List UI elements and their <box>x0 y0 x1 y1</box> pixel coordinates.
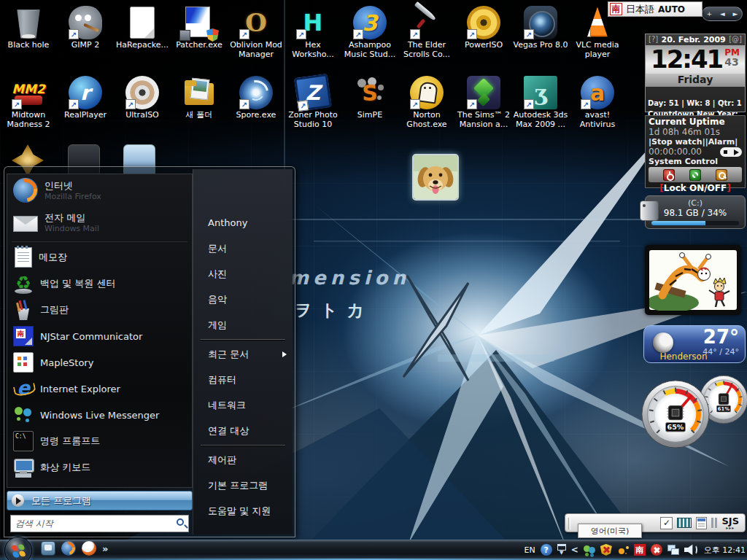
desktop-icon-ashampoo[interactable]: 3↗ Ashampoo Music Stud... <box>341 6 398 60</box>
ime-language-bar[interactable]: 南 日本語 AUTO <box>608 1 703 17</box>
desktop-icon-gimp[interactable]: ↗ GIMP 2 <box>57 6 114 60</box>
desktop-icon-label: GIMP 2 <box>71 41 99 50</box>
desktop-icon-label: Oblivion Mod Manager <box>228 41 285 60</box>
desktop-icon-label: Norton Ghost.exe <box>398 111 455 130</box>
quicklaunch-overflow-chevron[interactable]: » <box>102 543 108 554</box>
shortcut-arrow-icon: ↗ <box>524 29 534 39</box>
clock-help-marker[interactable]: [?] <box>649 35 658 44</box>
security-alert-tray-icon[interactable] <box>600 544 612 556</box>
start-menu-item-games[interactable]: 게임 <box>193 312 293 338</box>
network-tray-icon[interactable] <box>667 544 679 556</box>
desktop-icon-black-hole[interactable]: Black hole <box>0 6 57 60</box>
desktop-icon-hex-workshop[interactable]: H↗ Hex Worksho... <box>285 6 341 60</box>
avast-icon: a↗ <box>581 76 614 109</box>
uptime-value: 1d 08h 46m 01s <box>649 127 742 137</box>
search-icon[interactable] <box>177 518 184 526</box>
start-menu-item-help[interactable]: 도움말 및 지원 <box>193 498 293 524</box>
desktop-icon-patcher[interactable]: Patcher.exe <box>171 6 228 60</box>
start-menu-item-music[interactable]: 음악 <box>193 287 293 312</box>
start-menu-item-network[interactable]: 네트워크 <box>193 392 293 418</box>
language-bar-restore-icon[interactable]: ▼ <box>557 544 566 556</box>
show-desktop-icon[interactable] <box>41 541 55 556</box>
sjs-button[interactable]: SJS▸▸▸ <box>721 516 739 530</box>
desktop-icon-label: Black hole <box>8 41 50 50</box>
lock-toggle[interactable]: [Lock ON/OFF] <box>649 183 742 193</box>
weather-gadget[interactable]: 27° 44° / 24° Henderson <box>643 325 746 363</box>
clock-gadget[interactable]: [?] 20. Febr. 2009 [@] 12:41 PM 43 Frida… <box>645 34 746 112</box>
desktop-icon-spore[interactable]: ↗ Spore.exe <box>228 76 285 130</box>
start-menu-item-documents[interactable]: 문서 <box>193 236 293 261</box>
update-tray-icon[interactable] <box>617 544 629 556</box>
prev-page-icon[interactable]: ◄ <box>720 10 725 18</box>
logoff-button[interactable] <box>716 169 727 181</box>
help-tray-icon[interactable]: ? <box>541 544 552 556</box>
comic-slideshow-gadget[interactable] <box>645 245 741 315</box>
drive-meter-gadget[interactable]: (C:) 98.1 GB / 34% <box>645 195 746 229</box>
start-menu-item-njstar[interactable]: 南 NJStar Communicator <box>7 323 192 349</box>
start-menu-user-name[interactable]: Anthony <box>193 210 293 236</box>
start-menu-item-notepad[interactable]: 메모장 <box>7 244 192 271</box>
document-settings-icon[interactable] <box>696 517 707 529</box>
stopwatch-alarm-label[interactable]: |Stop watch||Alarm| <box>649 137 742 147</box>
desktop-icon-midtown-madness[interactable]: MM2↗ Midtown Madness 2 <box>0 76 57 130</box>
all-programs-button[interactable]: 모든 프로그램 <box>7 491 193 510</box>
start-button[interactable] <box>4 537 32 560</box>
check-button[interactable]: ✓ <box>660 517 673 529</box>
stopwatch-toggle[interactable] <box>720 147 742 157</box>
start-menu-item-computer[interactable]: 컴퓨터 <box>193 367 293 392</box>
desktop-icon-harepacker[interactable]: HaRepacke... <box>114 6 171 60</box>
keyboard-icon[interactable] <box>677 518 692 528</box>
next-page-icon[interactable]: ► <box>733 10 738 18</box>
start-menu-item-osk[interactable]: 화상 키보드 <box>7 454 192 481</box>
shortcut-arrow-icon: ↗ <box>125 99 136 109</box>
start-menu-item-maplestory[interactable]: MapleStory <box>7 349 192 376</box>
start-menu-item-control-panel[interactable]: 제어판 <box>193 447 293 472</box>
desktop-icon-avast[interactable]: a↗ avast! Antivirus <box>569 76 626 130</box>
tray-collapse-chevron[interactable]: < <box>571 545 578 555</box>
desktop-icon-simpe[interactable]: S SimPE <box>341 76 398 130</box>
pause-icon[interactable] <box>711 518 717 528</box>
add-gadget-icon[interactable]: + <box>706 10 712 18</box>
desktop-icon-label: HaRepacke... <box>116 41 169 50</box>
uptime-gadget[interactable]: Current Uptime 1d 08h 46m 01s |Stop watc… <box>645 115 746 188</box>
desktop-icon-vegas-pro[interactable]: ↗ Vegas Pro 8.0 <box>512 6 569 60</box>
start-menu-item-cmd[interactable]: C:\ 명령 프롬프트 <box>7 428 192 454</box>
desktop-icon-elder-scrolls[interactable]: ↗ The Elder Scrolls Co... <box>398 6 455 60</box>
shutdown-button[interactable] <box>663 169 675 181</box>
messenger-tray-icon[interactable] <box>584 544 595 556</box>
desktop-icon-3dsmax[interactable]: ʒ↗ Autodesk 3ds Max 2009 ... <box>512 76 569 130</box>
language-indicator[interactable]: EN <box>525 545 535 555</box>
toolbar-grip[interactable] <box>568 518 570 529</box>
firefox-quicklaunch-icon[interactable] <box>61 541 76 556</box>
browser-quicklaunch-icon[interactable] <box>82 541 96 556</box>
start-menu-item-paint[interactable]: 그림판 <box>7 297 192 323</box>
start-menu-item-internet[interactable]: 인터넷Mozilla Firefox <box>7 174 192 206</box>
start-menu-item-email[interactable]: 전자 메일Windows Mail <box>7 206 192 238</box>
user-avatar[interactable] <box>412 154 459 201</box>
search-input[interactable] <box>10 515 189 532</box>
start-menu-item-pictures[interactable]: 사진 <box>193 261 293 287</box>
njstar-tray-icon[interactable]: 南 <box>634 544 646 556</box>
start-menu-item-recent[interactable]: 최근 문서 <box>193 341 293 367</box>
cpu-meter-gadget[interactable]: 61% <box>640 375 747 449</box>
desktop-icon-oblivion-mod-manager[interactable]: O↗ Oblivion Mod Manager <box>228 6 285 60</box>
start-menu-item-default-programs[interactable]: 기본 프로그램 <box>193 472 293 498</box>
taskbar-clock[interactable]: 오후 12:41 <box>704 545 746 556</box>
start-menu-item-internet-explorer[interactable]: e Internet Explorer <box>7 376 192 402</box>
clock-settings-marker[interactable]: [@] <box>729 35 742 44</box>
njstar-ime-icon[interactable]: 南 <box>610 3 622 15</box>
start-menu-item-messenger[interactable]: Windows Live Messenger <box>7 402 192 428</box>
start-menu-item-backup[interactable]: ♻ 백업 및 복원 센터 <box>7 271 192 297</box>
desktop-icon-zoner[interactable]: Z↗ Zoner Photo Studio 10 <box>285 76 341 130</box>
desktop-icon-realplayer[interactable]: r↗ RealPlayer <box>57 76 114 130</box>
desktop-icon-norton-ghost[interactable]: ↗ Norton Ghost.exe <box>398 76 455 130</box>
hard-drive-icon <box>640 201 659 221</box>
antivirus-alert-tray-icon[interactable] <box>651 544 662 556</box>
desktop-icon-new-folder[interactable]: 새 폴더 <box>171 76 228 130</box>
restart-button[interactable] <box>689 169 701 181</box>
start-menu-item-connect-to[interactable]: 연결 대상 <box>193 418 293 443</box>
desktop-icon-sims2[interactable]: ↗ The Sims™ 2 Mansion a... <box>455 76 512 130</box>
desktop-icon-poweriso[interactable]: ↗ PowerISO <box>455 6 512 60</box>
desktop-icon-label: Zoner Photo Studio 10 <box>285 111 341 130</box>
desktop-icon-ultraiso[interactable]: ↗ UltraISO <box>114 76 171 130</box>
